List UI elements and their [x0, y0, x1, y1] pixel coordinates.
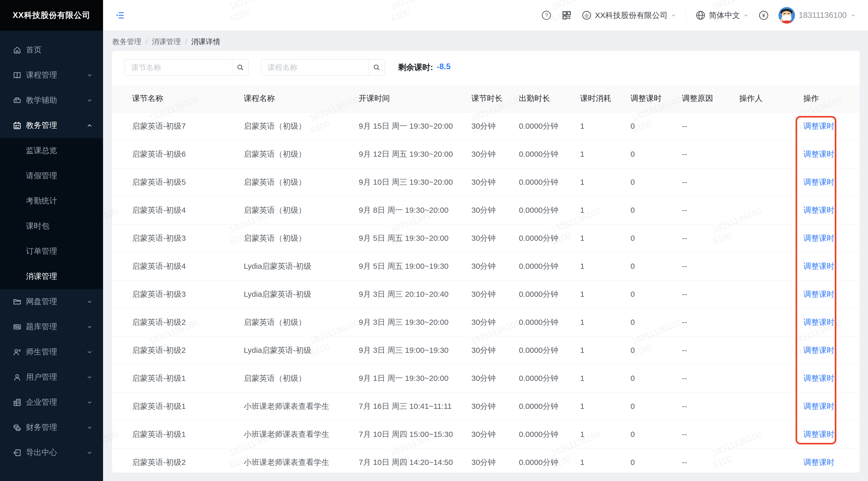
reason-cell: -- — [682, 336, 739, 364]
adjusted-cell: 0 — [630, 364, 682, 392]
sidebar-subitem[interactable]: 监课总览 — [0, 138, 103, 163]
sidebar-item[interactable]: 师生管理 — [0, 339, 103, 364]
adjusted-cell: 0 — [630, 308, 682, 336]
breadcrumb-separator: / — [146, 38, 148, 46]
org-selector[interactable]: 企 XX科技股份有限公司 — [582, 10, 676, 21]
reason-cell: -- — [682, 280, 739, 308]
lesson-search-group — [125, 59, 249, 76]
menu-fold-icon[interactable] — [115, 10, 125, 20]
time-cell: 9月 8日 周一 19:30~20:00 — [359, 196, 471, 224]
time-cell: 9月 15日 周一 19:30~20:00 — [359, 112, 471, 140]
language-selector[interactable]: 简体中文 — [695, 10, 749, 21]
sidebar-item-label: 师生管理 — [26, 347, 87, 357]
adjust-hours-link[interactable]: 调整课时 — [803, 206, 835, 214]
adjust-hours-link[interactable]: 调整课时 — [803, 458, 835, 467]
time-cell: 9月 12日 周五 19:30~20:00 — [359, 140, 471, 168]
attendance-cell: 0.0000分钟 — [519, 336, 580, 364]
sidebar-item[interactable]: 导出中心 — [0, 440, 103, 465]
adjust-hours-link[interactable]: 调整课时 — [803, 346, 835, 354]
lesson-cell: 启蒙英语-初级3 — [112, 224, 244, 252]
lesson-name-input[interactable] — [125, 59, 232, 75]
sidebar-subitem[interactable]: 考勤统计 — [0, 188, 103, 214]
adjusted-cell: 0 — [630, 448, 682, 473]
adjust-hours-link[interactable]: 调整课时 — [803, 262, 835, 270]
chevron-down-icon — [87, 299, 93, 305]
sidebar-item[interactable]: 课程管理 — [0, 63, 103, 88]
adjust-hours-link[interactable]: 调整课时 — [803, 178, 835, 186]
chevron-down-icon — [87, 374, 93, 380]
remaining-hours-value: -8.5 — [437, 62, 451, 73]
action-cell: 调整课时 — [803, 196, 860, 224]
sidebar-subitem[interactable]: 消课管理 — [0, 264, 103, 289]
search-button[interactable] — [232, 59, 248, 75]
course-name-input[interactable] — [261, 59, 368, 75]
sidebar-subitem[interactable]: 订单管理 — [0, 239, 103, 264]
action-cell: 调整课时 — [803, 280, 860, 308]
adjust-hours-link[interactable]: 调整课时 — [803, 122, 835, 130]
reason-cell: -- — [682, 448, 739, 473]
duration-cell: 30分钟 — [471, 280, 519, 308]
coins-icon — [12, 423, 22, 432]
adjust-hours-link[interactable]: 调整课时 — [803, 402, 835, 410]
sidebar: XX科技股份有限公司 首页课程管理教学辅助教务管理监课总览请假管理考勤统计课时包… — [0, 0, 103, 481]
attendance-cell: 0.0000分钟 — [519, 252, 580, 280]
sidebar-item[interactable]: 题库管理 — [0, 314, 103, 339]
column-header: 操作人 — [739, 85, 803, 112]
lesson-cell: 启蒙英语-初级7 — [112, 112, 244, 140]
lesson-cell: 启蒙英语-初级6 — [112, 140, 244, 168]
content-area: 教务管理 / 消课管理 / 消课详情 — [103, 31, 868, 481]
qr-code-icon[interactable] — [561, 10, 572, 21]
breadcrumb-item[interactable]: 教务管理 — [113, 37, 142, 47]
sidebar-item-label: 网盘管理 — [26, 296, 87, 307]
consumed-cell: 1 — [580, 392, 630, 420]
adjusted-cell: 0 — [630, 140, 682, 168]
sidebar-subitem[interactable]: 课时包 — [0, 214, 103, 239]
adjusted-cell: 0 — [630, 224, 682, 252]
duration-cell: 30分钟 — [471, 420, 519, 448]
adjusted-cell: 0 — [630, 280, 682, 308]
table-row: 启蒙英语-初级4Lydia启蒙英语-初级9月 5日 周五 19:00~19:30… — [112, 252, 860, 280]
time-cell: 9月 3日 周三 19:30~20:00 — [359, 308, 471, 336]
course-cell: 启蒙英语（初级） — [244, 224, 359, 252]
chevron-down-icon — [87, 72, 93, 78]
operator-cell — [739, 252, 803, 280]
chevron-down-icon — [87, 450, 93, 456]
sidebar-item[interactable]: 首页 — [0, 37, 103, 63]
duration-cell: 30分钟 — [471, 168, 519, 196]
adjust-hours-link[interactable]: 调整课时 — [803, 318, 835, 326]
help-icon[interactable]: ? — [541, 10, 552, 21]
adjusted-cell: 0 — [630, 196, 682, 224]
adjust-hours-link[interactable]: 调整课时 — [803, 150, 835, 158]
attendance-cell: 0.0000分钟 — [519, 196, 580, 224]
reason-cell: -- — [682, 140, 739, 168]
sidebar-item[interactable]: 网盘管理 — [0, 289, 103, 314]
sidebar-subitem[interactable]: 请假管理 — [0, 163, 103, 188]
sidebar-item-label: 企业管理 — [26, 397, 87, 408]
adjust-hours-link[interactable]: 调整课时 — [803, 374, 835, 382]
consumed-cell: 1 — [580, 336, 630, 364]
reason-cell: -- — [682, 420, 739, 448]
currency-icon[interactable]: ¥ — [758, 10, 769, 21]
action-cell: 调整课时 — [803, 112, 860, 140]
operator-cell — [739, 280, 803, 308]
search-button[interactable] — [369, 59, 385, 75]
sidebar-item[interactable]: 教学辅助 — [0, 88, 103, 113]
attendance-cell: 0.0000分钟 — [519, 224, 580, 252]
duration-cell: 30分钟 — [471, 224, 519, 252]
building-icon — [12, 398, 22, 407]
user-menu[interactable]: 18311136100 — [778, 7, 856, 24]
attendance-cell: 0.0000分钟 — [519, 280, 580, 308]
adjust-hours-link[interactable]: 调整课时 — [803, 290, 835, 298]
divider — [686, 9, 686, 22]
sidebar-item[interactable]: 企业管理 — [0, 390, 103, 415]
sidebar-item-label: 导出中心 — [26, 447, 87, 458]
time-cell: 7月 10日 周四 15:00~15:30 — [359, 420, 471, 448]
sidebar-item[interactable]: 用户管理 — [0, 364, 103, 390]
breadcrumb-item[interactable]: 消课管理 — [152, 37, 181, 47]
sidebar-item[interactable]: 教务管理 — [0, 113, 103, 138]
topbar: ? 企 XX科技股份有限公司 — [103, 0, 868, 31]
sidebar-item[interactable]: 财务管理 — [0, 415, 103, 440]
course-cell: 启蒙英语（初级） — [244, 196, 359, 224]
adjust-hours-link[interactable]: 调整课时 — [803, 234, 835, 242]
adjust-hours-link[interactable]: 调整课时 — [803, 430, 835, 439]
